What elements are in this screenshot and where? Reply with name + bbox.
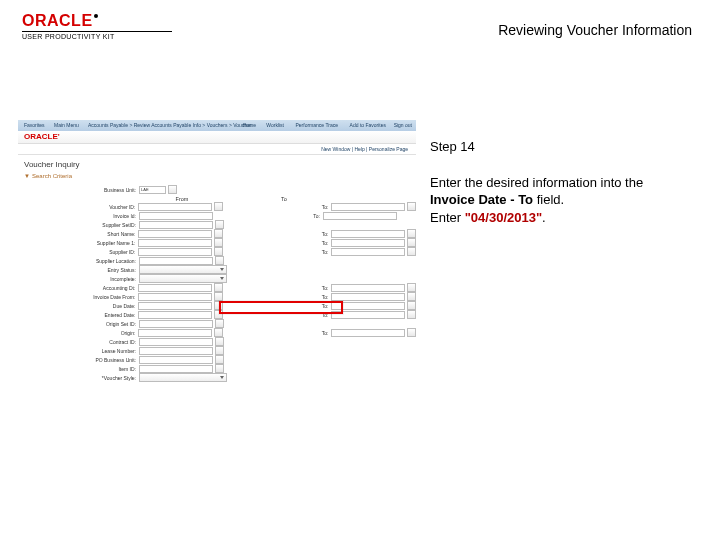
lookup-icon[interactable] <box>215 319 224 328</box>
instruction-line-2: Enter "04/30/2013". <box>430 209 690 227</box>
brand-wordmark: ORACLE <box>22 12 93 29</box>
window-links: New Window | Help | Personalize Page <box>18 144 416 155</box>
label-supplier-setid: Supplier SetID: <box>18 222 139 228</box>
calendar-icon[interactable] <box>407 301 416 310</box>
input-due-from[interactable] <box>138 302 212 310</box>
label-to: To: <box>223 249 331 255</box>
input-invoice-from[interactable] <box>139 212 213 220</box>
page-title: Reviewing Voucher Information <box>498 22 692 38</box>
label-item-id: Item ID: <box>18 366 139 372</box>
entry-value: "04/30/2013" <box>465 210 542 225</box>
lookup-icon[interactable] <box>215 220 224 229</box>
label-accounting-dt: Accounting Dt: <box>18 285 138 291</box>
calendar-icon[interactable] <box>407 292 416 301</box>
input-voucher-to[interactable] <box>331 203 405 211</box>
label-invoice-id: Invoice Id: <box>18 213 139 219</box>
input-lease-number[interactable] <box>139 347 213 355</box>
input-invoice-date-to[interactable] <box>331 293 405 301</box>
input-supplier-location[interactable] <box>139 257 213 265</box>
input-accounting-from[interactable] <box>138 284 212 292</box>
input-business-unit[interactable]: LAE <box>139 186 166 194</box>
input-origin-setid[interactable] <box>139 320 213 328</box>
lookup-icon[interactable] <box>168 185 177 194</box>
lookup-icon[interactable] <box>215 256 224 265</box>
step-label: Step 14 <box>430 138 690 156</box>
calendar-icon[interactable] <box>407 283 416 292</box>
input-contract-id[interactable] <box>139 338 213 346</box>
input-supplier-name-to[interactable] <box>331 239 405 247</box>
lookup-icon[interactable] <box>407 238 416 247</box>
label-lease-number: Lease Number: <box>18 348 139 354</box>
label-short-name: Short Name: <box>18 231 138 237</box>
calendar-icon[interactable] <box>214 292 223 301</box>
nav-perf[interactable]: Performance Trace <box>295 122 338 128</box>
input-origin-to[interactable] <box>331 329 405 337</box>
input-item-id[interactable] <box>139 365 213 373</box>
row-invoice-date: Invoice Date From:To: <box>18 292 416 301</box>
lookup-icon[interactable] <box>214 328 223 337</box>
select-entry-status[interactable] <box>139 265 227 274</box>
input-supplier-id-from[interactable] <box>138 248 212 256</box>
calendar-icon[interactable] <box>407 310 416 319</box>
label-voucher-style: *Voucher Style: <box>18 375 139 381</box>
lookup-icon[interactable] <box>214 238 223 247</box>
input-short-name-to[interactable] <box>331 230 405 238</box>
label-supplier-location: Supplier Location: <box>18 258 139 264</box>
nav-addfav[interactable]: Add to Favorites <box>350 122 386 128</box>
lookup-icon[interactable] <box>407 328 416 337</box>
input-origin-from[interactable] <box>138 329 212 337</box>
lookup-icon[interactable] <box>215 346 224 355</box>
calendar-icon[interactable] <box>214 283 223 292</box>
lookup-icon[interactable] <box>215 337 224 346</box>
label-invoice-date-from: Invoice Date From: <box>18 294 138 300</box>
label-po-bu: PO Business Unit: <box>18 357 139 363</box>
lookup-icon[interactable] <box>214 247 223 256</box>
input-invoice-to[interactable] <box>323 212 397 220</box>
lookup-icon[interactable] <box>215 355 224 364</box>
app-screenshot: Favorites Main Menu Accounts Payable > R… <box>18 120 416 440</box>
instruction-panel: Step 14 Enter the desired information in… <box>430 138 690 226</box>
label-to: To: <box>223 294 331 300</box>
label-to: To: <box>223 204 331 210</box>
search-criteria-header[interactable]: ▼Search Criteria <box>18 171 416 181</box>
label-to: To: <box>223 330 331 336</box>
label-supplier-id: Supplier ID: <box>18 249 138 255</box>
input-supplier-id-to[interactable] <box>331 248 405 256</box>
input-entered-from[interactable] <box>138 311 212 319</box>
brand-row: ORACLE' <box>18 131 416 144</box>
nav-favorites[interactable]: Favorites <box>24 122 45 128</box>
search-form: Business Unit: LAE From To Voucher ID:To… <box>18 185 416 382</box>
lookup-icon[interactable] <box>407 229 416 238</box>
collapse-icon[interactable]: ▼ <box>24 173 30 179</box>
input-short-name-from[interactable] <box>138 230 212 238</box>
input-po-bu[interactable] <box>139 356 213 364</box>
select-voucher-style[interactable] <box>139 373 227 382</box>
col-to: To <box>228 196 340 202</box>
lookup-icon[interactable] <box>407 247 416 256</box>
label-to: To: <box>223 285 331 291</box>
nav-home[interactable]: Home <box>243 122 256 128</box>
lookup-icon[interactable] <box>215 364 224 373</box>
nav-mainmenu[interactable]: Main Menu <box>54 122 79 128</box>
label-to: To: <box>223 240 331 246</box>
nav-signout[interactable]: Sign out <box>394 122 412 128</box>
input-invoice-date-from[interactable] <box>138 293 212 301</box>
instruction-line-1: Enter the desired information into the I… <box>430 174 690 209</box>
input-voucher-from[interactable] <box>138 203 212 211</box>
field-name: Invoice Date - To <box>430 192 533 207</box>
input-supplier-name-from[interactable] <box>138 239 212 247</box>
lookup-icon[interactable] <box>214 229 223 238</box>
nav-worklist[interactable]: Worklist <box>266 122 284 128</box>
input-accounting-to[interactable] <box>331 284 405 292</box>
label-contract-id: Contract ID: <box>18 339 139 345</box>
lookup-icon[interactable] <box>407 202 416 211</box>
select-incomplete[interactable] <box>139 274 227 283</box>
breadcrumb: Accounts Payable > Review Accounts Payab… <box>88 122 252 128</box>
label-supplier-name: Supplier Name 1: <box>18 240 138 246</box>
label-incomplete: Incomplete: <box>18 276 139 282</box>
lookup-icon[interactable] <box>214 202 223 211</box>
label-entry-status: Entry Status: <box>18 267 139 273</box>
input-supplier-setid[interactable] <box>139 221 213 229</box>
window-links-text[interactable]: New Window | Help | Personalize Page <box>321 146 408 152</box>
app-brand: ORACLE' <box>24 132 60 141</box>
